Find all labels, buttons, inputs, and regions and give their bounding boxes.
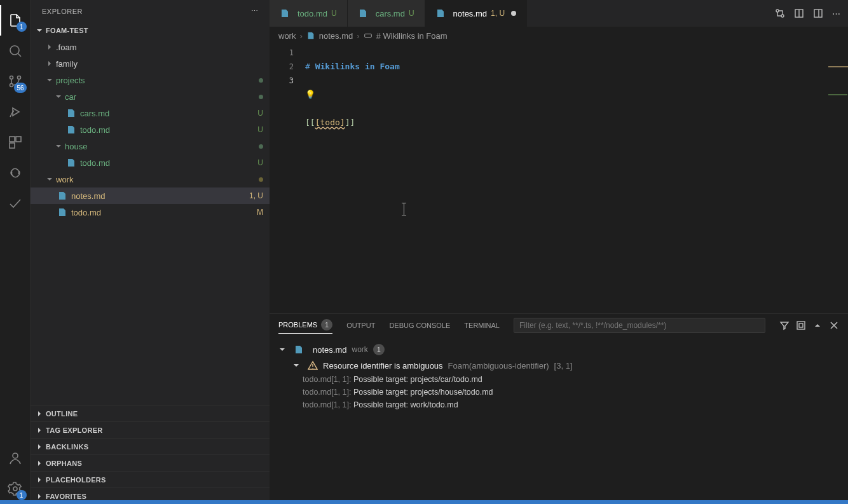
breadcrumb-symbol[interactable]: # Wikilinks in Foam bbox=[376, 31, 448, 41]
panel-tab-output[interactable]: OUTPUT bbox=[346, 322, 375, 329]
folder-car[interactable]: car bbox=[31, 88, 270, 105]
tab-notes[interactable]: notes.md 1, U bbox=[425, 0, 528, 27]
file-car-todo[interactable]: todo.md U bbox=[31, 121, 270, 138]
file-notes-md[interactable]: notes.md 1, U bbox=[31, 187, 270, 204]
section-label: TAG EXPLORER bbox=[46, 426, 103, 434]
folder-label: work bbox=[56, 175, 259, 184]
problem-location: [3, 1] bbox=[554, 361, 573, 371]
folder-work[interactable]: work bbox=[31, 171, 270, 187]
activity-debug[interactable] bbox=[0, 97, 31, 127]
activity-settings[interactable]: 1 bbox=[0, 473, 31, 504]
activity-scm[interactable]: 56 bbox=[0, 66, 31, 97]
tab-label: notes.md bbox=[453, 9, 487, 18]
more-icon[interactable]: ⋯ bbox=[832, 9, 840, 18]
panel-tab-debug[interactable]: DEBUG CONSOLE bbox=[389, 322, 450, 329]
folder-foam[interactable]: .foam bbox=[31, 39, 270, 55]
chevron-down-icon bbox=[53, 141, 64, 151]
problem-item[interactable]: Resource identifier is ambiguous Foam(am… bbox=[277, 358, 840, 373]
section-placeholders[interactable]: PLACEHOLDERS bbox=[31, 471, 270, 487]
badge: 56 bbox=[14, 83, 26, 93]
chevron-right-icon bbox=[44, 58, 55, 69]
svg-rect-7 bbox=[10, 143, 15, 148]
section-orphans[interactable]: ORPHANS bbox=[31, 454, 270, 471]
chevron-down-icon bbox=[44, 174, 55, 184]
collapse-icon[interactable] bbox=[796, 320, 806, 330]
svg-rect-13 bbox=[814, 10, 822, 17]
activity-extensions[interactable] bbox=[0, 127, 31, 158]
activity-check[interactable] bbox=[0, 188, 31, 219]
wikilink-target: [todo] bbox=[315, 118, 345, 127]
chevron-right-icon bbox=[34, 409, 44, 419]
tab-todo[interactable]: todo.md U bbox=[270, 0, 348, 27]
sidebar-title: EXPLORER bbox=[42, 8, 83, 15]
panel-tab-problems[interactable]: PROBLEMS 1 bbox=[278, 319, 332, 334]
status-bar bbox=[0, 500, 848, 504]
line-number: 3 bbox=[270, 74, 305, 88]
related-prefix: todo.md[1, 1]: bbox=[303, 388, 353, 397]
account-icon bbox=[8, 451, 23, 466]
panel-tab-terminal[interactable]: TERMINAL bbox=[464, 322, 500, 329]
split-icon[interactable] bbox=[813, 8, 823, 18]
diff-icon[interactable] bbox=[775, 8, 785, 18]
warning-icon bbox=[308, 360, 318, 371]
markdown-icon bbox=[358, 8, 368, 18]
tab-cars[interactable]: cars.md U bbox=[348, 0, 425, 27]
problems-filter-input[interactable] bbox=[514, 318, 765, 333]
activity-explorer[interactable]: 1 bbox=[0, 5, 31, 36]
related-prefix: todo.md[1, 1]: bbox=[303, 400, 353, 409]
folder-projects[interactable]: projects bbox=[31, 72, 270, 88]
debug-icon bbox=[8, 104, 23, 119]
close-icon[interactable] bbox=[829, 320, 839, 330]
breadcrumb-file[interactable]: notes.md bbox=[319, 31, 353, 41]
markdown-icon bbox=[66, 125, 76, 135]
folder-house[interactable]: house bbox=[31, 138, 270, 154]
problem-file-name: notes.md bbox=[313, 345, 346, 355]
problem-related[interactable]: todo.md[1, 1]: Possible target: projects… bbox=[277, 386, 840, 398]
bulb-icon[interactable]: 💡 bbox=[305, 90, 315, 99]
chevron-down-icon bbox=[44, 75, 55, 85]
section-outline[interactable]: OUTLINE bbox=[31, 405, 270, 421]
svg-rect-5 bbox=[10, 137, 15, 142]
minimap[interactable] bbox=[788, 44, 839, 52]
file-work-todo[interactable]: todo.md M bbox=[31, 204, 270, 221]
tab-label: PROBLEMS bbox=[278, 321, 317, 329]
related-prefix: todo.md[1, 1]: bbox=[303, 375, 353, 384]
tab-status: U bbox=[331, 9, 337, 18]
text-cursor-icon bbox=[404, 203, 404, 215]
file-status: U bbox=[257, 158, 263, 167]
chevron-down-icon bbox=[53, 92, 64, 102]
svg-point-9 bbox=[13, 487, 17, 491]
file-label: notes.md bbox=[71, 191, 249, 201]
more-icon[interactable]: ⋯ bbox=[251, 7, 259, 15]
svg-point-10 bbox=[776, 10, 779, 12]
md-heading-hash: # bbox=[305, 62, 310, 71]
activity-account[interactable] bbox=[0, 443, 31, 473]
section-label: ORPHANS bbox=[46, 460, 82, 467]
related-msg: Possible target: projects/house/todo.md bbox=[353, 388, 493, 397]
problem-related[interactable]: todo.md[1, 1]: Possible target: projects… bbox=[277, 373, 840, 386]
svg-point-2 bbox=[10, 84, 13, 87]
folder-family[interactable]: family bbox=[31, 55, 270, 72]
problem-related[interactable]: todo.md[1, 1]: Possible target: work/tod… bbox=[277, 398, 840, 411]
filter-icon[interactable] bbox=[779, 320, 790, 330]
breadcrumb-folder[interactable]: work bbox=[278, 31, 296, 41]
search-icon bbox=[8, 43, 23, 58]
markdown-icon bbox=[57, 207, 67, 217]
folder-root-header[interactable]: FOAM-TEST bbox=[31, 22, 270, 39]
section-tag-explorer[interactable]: TAG EXPLORER bbox=[31, 421, 270, 438]
preview-icon[interactable] bbox=[794, 8, 804, 18]
svg-rect-15 bbox=[797, 322, 805, 329]
problems-count: 1 bbox=[321, 319, 332, 330]
wikilink-close: ]] bbox=[345, 118, 355, 127]
chevron-up-icon[interactable] bbox=[812, 320, 823, 330]
file-cars-md[interactable]: cars.md U bbox=[31, 105, 270, 121]
tab-status: U bbox=[409, 9, 414, 18]
activity-search[interactable] bbox=[0, 36, 31, 66]
file-house-todo[interactable]: todo.md U bbox=[31, 154, 270, 171]
problem-file-folder: work bbox=[352, 345, 367, 354]
activity-foam[interactable] bbox=[0, 158, 31, 188]
problem-file-row[interactable]: notes.md work 1 bbox=[277, 341, 840, 358]
chevron-right-icon bbox=[34, 475, 44, 485]
section-backlinks[interactable]: BACKLINKS bbox=[31, 438, 270, 454]
editor[interactable]: # Wikilinks in Foam 💡 [[[todo]]] bbox=[305, 44, 848, 313]
